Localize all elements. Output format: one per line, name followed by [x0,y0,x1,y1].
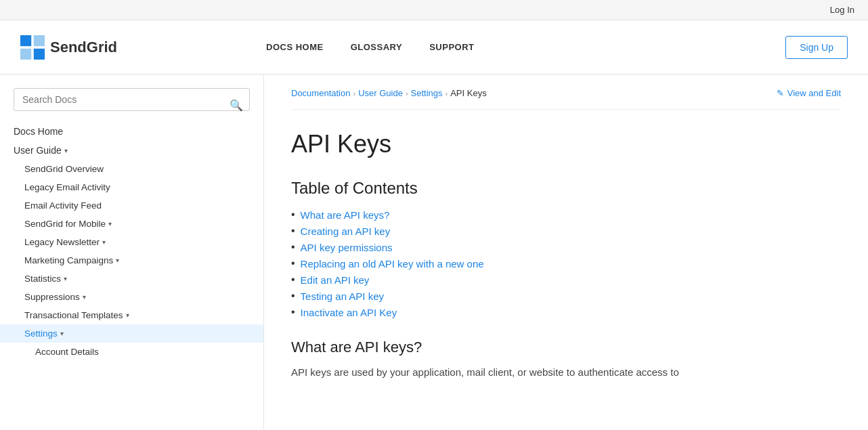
login-link[interactable]: Log In [830,5,854,15]
toc-item-3: Replacing an old API key with a new one [291,257,841,270]
toc-link-5[interactable]: Testing an API key [301,291,384,302]
chevron-down-icon-2: ▾ [60,330,64,337]
sidebar-item-legacy-email-activity[interactable]: Legacy Email Activity [0,178,263,196]
nav-glossary[interactable]: GLOSSARY [351,42,402,52]
sidebar-item-sendgrid-overview[interactable]: SendGrid Overview [0,160,263,178]
breadcrumb-sep-2: › [406,89,408,98]
breadcrumb-bar: Documentation › User Guide › Settings › … [291,74,841,110]
sidebar-item-account-details[interactable]: Account Details [0,343,263,361]
toc-link-1[interactable]: Creating an API key [301,225,391,237]
chevron-right-icon-3: ▾ [116,257,119,264]
search-input[interactable] [14,88,250,111]
svg-rect-3 [34,48,45,59]
header: SendGrid DOCS HOME GLOSSARY SUPPORT Sign… [0,20,868,74]
sendgrid-logo-icon [20,35,45,60]
breadcrumb-sep-3: › [446,89,448,98]
top-bar: Log In [0,0,868,20]
logo[interactable]: SendGrid [20,35,117,60]
search-icon: 🔍 [230,99,243,112]
toc-list: What are API keys? Creating an API key A… [291,209,841,318]
toc-item-5: Testing an API key [291,290,841,302]
breadcrumb-user-guide[interactable]: User Guide [358,88,403,98]
logo-text: SendGrid [50,39,117,56]
chevron-right-icon-6: ▾ [126,311,129,319]
chevron-down-icon: ▾ [64,147,68,154]
main-content: Documentation › User Guide › Settings › … [264,74,868,430]
what-are-api-keys-text: API keys are used by your application, m… [291,364,841,381]
nav-docs-home[interactable]: DOCS HOME [266,42,324,52]
header-signup-wrap: Sign Up [785,36,848,59]
sidebar-item-transactional-templates[interactable]: Transactional Templates ▾ [0,306,263,324]
chevron-right-icon: ▾ [108,220,112,228]
sidebar: 🔍 Docs Home User Guide ▾ SendGrid Overvi… [0,74,264,430]
sidebar-item-statistics[interactable]: Statistics ▾ [0,270,263,288]
breadcrumb-settings[interactable]: Settings [411,88,443,98]
layout: 🔍 Docs Home User Guide ▾ SendGrid Overvi… [0,74,868,430]
toc-link-0[interactable]: What are API keys? [301,209,390,221]
sidebar-item-sendgrid-mobile[interactable]: SendGrid for Mobile ▾ [0,215,263,233]
header-nav: DOCS HOME GLOSSARY SUPPORT [266,42,475,52]
sidebar-item-docs-home[interactable]: Docs Home [0,122,263,141]
toc-link-3[interactable]: Replacing an old API key with a new one [301,258,484,270]
chevron-right-icon-4: ▾ [64,275,67,282]
toc-title: Table of Contents [291,179,841,198]
toc-link-2[interactable]: API key permissions [301,242,393,253]
sidebar-item-user-guide[interactable]: User Guide ▾ [0,141,263,160]
toc-link-4[interactable]: Edit an API key [301,274,370,286]
page-title: API Keys [291,130,841,158]
svg-rect-0 [20,35,31,46]
toc-item-1: Creating an API key [291,225,841,237]
view-edit-link[interactable]: ✎ View and Edit [777,88,841,98]
sidebar-item-email-activity-feed[interactable]: Email Activity Feed [0,196,263,215]
search-wrap: 🔍 [0,88,263,122]
svg-rect-2 [20,48,31,59]
breadcrumb: Documentation › User Guide › Settings › … [291,88,487,98]
nav-support[interactable]: SUPPORT [429,42,474,52]
toc-item-2: API key permissions [291,241,841,253]
sidebar-item-marketing-campaigns[interactable]: Marketing Campaigns ▾ [0,251,263,270]
chevron-right-icon-5: ▾ [83,293,86,301]
svg-rect-1 [34,35,45,46]
what-are-api-keys-title: What are API keys? [291,339,841,356]
sidebar-item-legacy-newsletter[interactable]: Legacy Newsletter ▾ [0,233,263,251]
breadcrumb-documentation[interactable]: Documentation [291,88,350,98]
sidebar-item-suppressions[interactable]: Suppressions ▾ [0,288,263,306]
toc-item-0: What are API keys? [291,209,841,221]
sidebar-item-settings[interactable]: Settings ▾ [0,324,263,343]
signup-button[interactable]: Sign Up [785,36,848,59]
toc-item-4: Edit an API key [291,274,841,286]
edit-icon: ✎ [777,88,784,98]
toc-item-6: Inactivate an API Key [291,306,841,318]
toc-link-6[interactable]: Inactivate an API Key [301,307,397,318]
chevron-right-icon-2: ▾ [102,238,106,246]
breadcrumb-sep-1: › [353,89,355,98]
breadcrumb-current: API Keys [450,88,486,98]
